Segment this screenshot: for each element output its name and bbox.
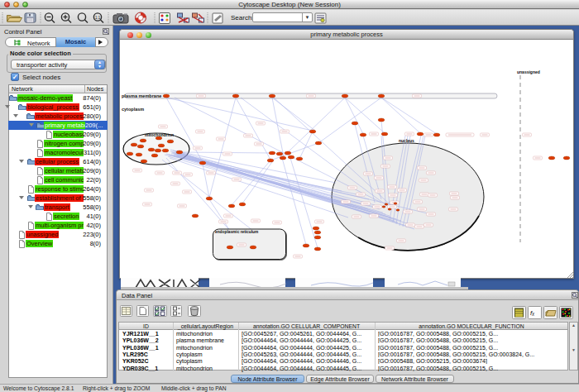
svg-text:fₓ: fₓ (530, 309, 534, 317)
svg-text:unassigned: unassigned (517, 69, 540, 74)
svg-text:endoplasmic reticulum: endoplasmic reticulum (215, 230, 258, 234)
svg-text:mitochondrion: mitochondrion (145, 132, 174, 137)
svg-text:cytoplasm: cytoplasm (122, 107, 144, 112)
svg-text:1:1: 1:1 (95, 16, 101, 20)
svg-text:nucleus: nucleus (399, 138, 414, 143)
svg-text:plasma membrane: plasma membrane (122, 93, 161, 98)
